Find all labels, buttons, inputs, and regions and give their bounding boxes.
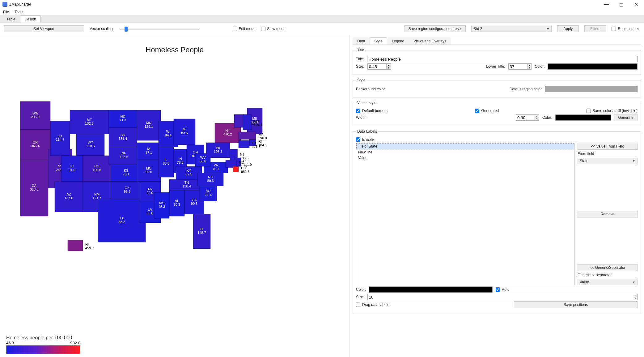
map-title: Homeless People — [6, 45, 343, 54]
region-labels-label: Region labels — [618, 27, 640, 31]
side-tab-legend[interactable]: Legend — [387, 37, 409, 45]
bg-color-label: Background color — [356, 87, 385, 91]
preset-value: Std 2 — [473, 27, 482, 31]
state-label-SC: SC77.4 — [205, 189, 211, 197]
set-viewport-button[interactable]: Set Viewport — [4, 25, 84, 32]
edit-mode-label: Edit mode — [239, 27, 256, 31]
title-color-swatch[interactable] — [548, 63, 638, 70]
app-title: ZMapCharter — [9, 2, 31, 6]
side-tab-data[interactable]: Data — [353, 37, 370, 45]
lower-title-spinner[interactable]: ▲▼ — [508, 63, 532, 70]
legend-title: Homeless people per 100 000 — [6, 335, 343, 341]
datalabel-color-swatch[interactable] — [369, 286, 493, 293]
datalabels-fieldset: Data Labels Enable Field: State New line… — [353, 129, 641, 313]
slow-mode-label: Slow mode — [267, 27, 286, 31]
map-legend: Homeless people per 100 000 45.3 982.8 — [6, 335, 343, 354]
menu-file[interactable]: File — [3, 10, 9, 14]
edit-mode-checkbox[interactable] — [233, 27, 237, 31]
state-label-NC: NC89.3 — [207, 175, 214, 183]
vector-color-label: Color: — [542, 115, 552, 120]
vector-color-swatch[interactable] — [555, 114, 611, 121]
vector-width-spinner[interactable]: ▲▼ — [516, 114, 539, 121]
lower-title-input[interactable] — [509, 64, 527, 69]
generated-checkbox[interactable] — [475, 109, 479, 113]
datalabel-items-listbox[interactable]: Field: State New line Value — [356, 143, 574, 285]
title-size-input[interactable] — [368, 64, 386, 69]
vector-width-input[interactable] — [516, 115, 535, 120]
default-region-label: Default region color — [510, 87, 542, 91]
value-from-field-button[interactable]: << Value From Field — [578, 143, 638, 150]
lower-title-label: Lower Title: — [486, 64, 505, 69]
generated-label: Generated — [481, 109, 499, 113]
state-label-WV: WV68.8 — [200, 156, 206, 163]
title-size-label: Size: — [356, 64, 364, 69]
title-size-spinner[interactable]: ▲▼ — [367, 63, 391, 70]
legend-max: 982.8 — [70, 341, 80, 345]
state-DC[interactable] — [233, 166, 239, 172]
side-tab-views[interactable]: Views and Overlays — [409, 37, 451, 45]
state-MA[interactable] — [239, 132, 256, 140]
datalabel-size-input[interactable] — [368, 294, 633, 300]
close-icon[interactable]: ✕ — [632, 2, 640, 7]
vector-legend: Vector style — [356, 101, 378, 105]
generic-sep-label: Generic or separator — [578, 273, 638, 277]
default-borders-checkbox[interactable] — [356, 109, 360, 113]
generic-sep-button[interactable]: << Generic/Separator — [578, 264, 638, 271]
slider-thumb[interactable] — [125, 27, 128, 32]
chevron-down-icon: ▼ — [546, 27, 549, 31]
state-label-HI: HI459.7 — [85, 243, 94, 250]
remove-button[interactable]: Remove — [578, 211, 638, 217]
chevron-down-icon: ▼ — [632, 159, 635, 163]
map-canvas[interactable]: WA296.0OR345.4CA328.6NV248.6ID114.7MT132… — [6, 57, 343, 332]
title-input[interactable] — [367, 56, 638, 62]
menu-tools[interactable]: Tools — [15, 10, 23, 14]
state-label-GA: GA90.3 — [191, 198, 197, 205]
generate-button[interactable]: Generate — [614, 114, 638, 121]
list-item[interactable]: New line — [356, 149, 574, 155]
state-HI[interactable] — [68, 240, 83, 251]
preset-combo[interactable]: Std 2 ▼ — [471, 26, 552, 32]
generic-sep-combo[interactable]: Value ▼ — [578, 279, 638, 285]
spin-icons[interactable]: ▲▼ — [633, 295, 637, 300]
tab-table[interactable]: Table — [2, 15, 20, 23]
minimize-icon[interactable]: — — [602, 2, 611, 7]
list-item[interactable]: Value — [356, 155, 574, 161]
auto-color-checkbox[interactable] — [496, 287, 500, 292]
auto-color-label: Auto — [502, 287, 510, 292]
drag-labels-checkbox[interactable] — [356, 303, 360, 307]
title-fieldset: Title Title: Size: ▲▼ Lower Title: ▲▼ — [353, 48, 641, 75]
region-labels-checkbox[interactable] — [612, 27, 616, 31]
vector-scaling-label: Vector scaling: — [90, 27, 114, 31]
maximize-icon[interactable]: ◻ — [617, 2, 625, 7]
tab-design[interactable]: Design — [20, 15, 41, 23]
from-field-label: From field — [578, 152, 638, 156]
state-VT[interactable] — [234, 114, 244, 127]
vector-scaling-slider[interactable] — [119, 28, 200, 30]
generic-sep-value: Value — [580, 280, 589, 284]
enable-datalabels-label: Enable — [362, 137, 374, 142]
default-region-swatch[interactable] — [545, 86, 638, 92]
slow-mode-checkbox[interactable] — [261, 27, 265, 31]
same-as-fill-label: Same color as fill (invisible) — [593, 109, 638, 113]
menubar: File Tools — [0, 9, 644, 15]
same-as-fill-checkbox[interactable] — [587, 109, 591, 113]
enable-datalabels-checkbox[interactable] — [356, 137, 360, 142]
side-tab-style[interactable]: Style — [370, 37, 387, 45]
list-item[interactable]: Field: State — [356, 143, 574, 149]
color-ramp — [6, 345, 80, 354]
design-toolbar: Set Viewport Vector scaling: Edit mode S… — [0, 23, 644, 35]
style-fieldset: Style Background color Default region co… — [353, 78, 641, 97]
state-NH[interactable] — [243, 114, 252, 130]
from-field-combo[interactable]: State ▼ — [578, 158, 638, 164]
save-positions-button[interactable]: Save positions — [514, 301, 638, 308]
spin-icons[interactable]: ▲▼ — [527, 64, 532, 69]
datalabel-size-spinner[interactable]: ▲▼ — [367, 294, 638, 300]
state-CT[interactable] — [239, 140, 249, 148]
save-preset-button[interactable]: Save region configuration preset — [405, 25, 466, 32]
filters-button[interactable]: Filters — [584, 25, 606, 32]
spin-icons[interactable]: ▲▼ — [386, 64, 391, 69]
title-color-label: Color: — [535, 64, 544, 69]
datalabel-size-label: Size: — [356, 295, 364, 299]
spin-icons[interactable]: ▲▼ — [535, 115, 539, 120]
apply-button[interactable]: Apply — [557, 25, 579, 32]
